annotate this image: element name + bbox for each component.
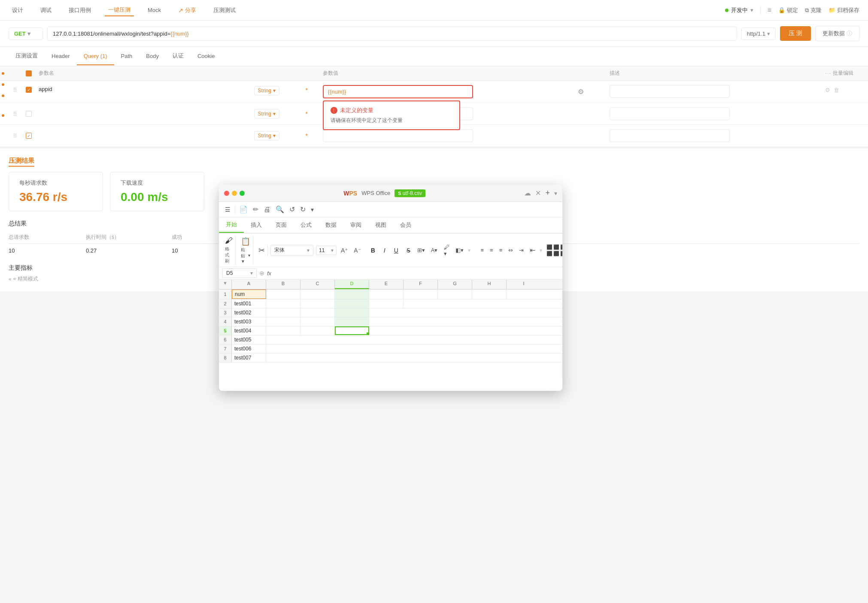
strikethrough-button[interactable]: S̶ xyxy=(404,246,413,255)
cell-D2[interactable] xyxy=(335,299,369,308)
close-window-button[interactable] xyxy=(224,191,229,196)
cell-G1[interactable] xyxy=(438,289,472,299)
nav-stress-test[interactable]: 一键压测 xyxy=(105,4,134,16)
type-cell-2[interactable]: String ▾ xyxy=(254,109,306,119)
col-header-A[interactable]: A xyxy=(232,280,266,289)
tab-insert[interactable]: 插入 xyxy=(244,218,269,232)
cell-A4[interactable]: test003 xyxy=(232,317,266,326)
cell-D3[interactable] xyxy=(335,308,369,317)
align-top-center-button[interactable]: ⬛ xyxy=(553,244,559,250)
tab-cookie[interactable]: Cookie xyxy=(191,48,222,65)
cell-C1[interactable] xyxy=(300,289,335,299)
cell-A6[interactable]: test005 xyxy=(232,335,266,344)
italic-button[interactable]: I xyxy=(381,245,388,256)
undo-icon[interactable]: ↺ xyxy=(287,204,297,215)
cell-A5[interactable]: test004 xyxy=(232,326,266,335)
nav-perf-test[interactable]: 压测测试 xyxy=(210,5,239,16)
col-header-F[interactable]: F xyxy=(404,280,438,289)
cell-A3[interactable]: test002 xyxy=(232,308,266,317)
fill-color-button[interactable]: ◧▾ xyxy=(454,246,465,255)
status-text[interactable]: 开发中 xyxy=(731,6,748,14)
param-name-input-2[interactable] xyxy=(39,111,254,117)
font-name-selector[interactable]: 宋体 ▾ xyxy=(270,245,313,256)
col-header-G[interactable]: G xyxy=(438,280,472,289)
cell-I1[interactable] xyxy=(507,289,541,299)
more-options-icon[interactable]: ▾ xyxy=(554,190,557,197)
maximize-window-button[interactable] xyxy=(240,191,245,196)
file-icon[interactable]: 📄 xyxy=(237,204,250,215)
nav-share[interactable]: ↗ 分享 xyxy=(175,5,200,16)
formula-input[interactable] xyxy=(274,269,559,277)
tab-data[interactable]: 数据 xyxy=(319,218,343,232)
drag-handle[interactable]: ⠿ xyxy=(13,85,26,93)
cell-A1[interactable]: num xyxy=(232,289,266,299)
nav-mock[interactable]: Mock xyxy=(144,5,164,15)
align-center-button[interactable]: ≡ xyxy=(488,246,495,255)
cell-A8[interactable]: test007 xyxy=(232,353,266,362)
add-tab-icon[interactable]: + xyxy=(545,189,550,198)
indent-increase-button[interactable]: ⇥ xyxy=(517,246,525,255)
cell-B2[interactable] xyxy=(266,299,300,308)
redo-icon[interactable]: ↻ xyxy=(298,204,308,215)
url-display[interactable]: 127.0.0.1:18081/onlinemall/wxlogin/test?… xyxy=(47,27,737,41)
cell-B3[interactable] xyxy=(266,308,300,317)
font-color-button[interactable]: A▾ xyxy=(429,246,440,255)
partial-checkbox[interactable]: ✓ xyxy=(26,133,32,139)
text-direction-button[interactable]: ⇔ xyxy=(507,246,515,255)
magnifier-icon[interactable]: ⊕ xyxy=(259,270,264,277)
cell-E2[interactable] xyxy=(369,299,404,308)
cell-A2[interactable]: test001 xyxy=(232,299,266,308)
font-size-selector[interactable]: 11 ▾ xyxy=(316,246,337,255)
cell-D4[interactable] xyxy=(335,317,369,326)
increase-font-button[interactable]: A⁺ xyxy=(339,246,349,255)
lock-button[interactable]: 🔒 锁定 xyxy=(778,6,798,14)
description-cell-1[interactable] xyxy=(610,85,825,98)
tab-page[interactable]: 页面 xyxy=(269,218,294,232)
cell-D1[interactable] xyxy=(335,289,369,299)
archive-button[interactable]: 📁 归档保存 xyxy=(829,6,859,14)
cell-C4[interactable] xyxy=(300,317,335,326)
align-top-right-button[interactable]: ⬛ xyxy=(560,244,562,250)
select-all-checkbox[interactable] xyxy=(26,70,32,76)
hamburger-icon[interactable]: ☰ xyxy=(222,205,233,214)
underline-button[interactable]: U xyxy=(391,245,401,256)
value-input-1[interactable]: {{num}} xyxy=(323,85,473,98)
highlight-color-button[interactable]: 🖊▾ xyxy=(442,243,451,258)
param-name-input-3[interactable] xyxy=(39,133,254,139)
drag-handle[interactable]: ⠿ xyxy=(13,111,26,117)
description-cell-3[interactable] xyxy=(610,129,825,142)
value-input-3[interactable] xyxy=(323,129,473,142)
toolbar-expand-icon[interactable]: ▾ xyxy=(468,247,470,253)
row-checkbox-2[interactable] xyxy=(26,111,39,117)
protocol-selector[interactable]: http/1.1 ▾ xyxy=(741,27,776,40)
method-selector[interactable]: GET ▾ xyxy=(9,27,43,40)
cloud-icon[interactable]: ☁ xyxy=(524,189,531,197)
batch-edit-header[interactable]: ⋯ 批量编辑 xyxy=(825,70,859,77)
cell-B4[interactable] xyxy=(266,317,300,326)
format-brush-icon[interactable]: 🖌 xyxy=(225,236,233,245)
edit-icon[interactable]: ✏ xyxy=(251,204,261,215)
fx-button[interactable]: fx xyxy=(267,270,271,277)
col-header-E[interactable]: E xyxy=(369,280,404,289)
row-checkbox-1[interactable]: ✓ xyxy=(26,85,39,93)
wps-file-tab[interactable]: S utf-8.csv xyxy=(395,189,425,197)
update-data-button[interactable]: 更新数据 ⓘ xyxy=(815,26,859,41)
cell-C3[interactable] xyxy=(300,308,335,317)
scissors-icon[interactable]: ✂ xyxy=(258,246,265,255)
decrease-font-button[interactable]: A⁻ xyxy=(352,246,362,255)
tab-review[interactable]: 审阅 xyxy=(343,218,368,232)
col-header-I[interactable]: I xyxy=(507,280,541,289)
description-cell-2[interactable] xyxy=(610,107,825,120)
scissors-group[interactable]: ✂ xyxy=(256,245,268,256)
delete-icon[interactable]: 🗑 xyxy=(834,87,839,93)
align-bottom-right-button[interactable]: ⬛ xyxy=(560,251,562,256)
minimize-window-button[interactable] xyxy=(232,191,237,196)
cell-B1[interactable] xyxy=(266,289,300,299)
col-header-D[interactable]: D xyxy=(335,280,369,289)
chevron-down-icon[interactable]: ▾ xyxy=(750,7,753,13)
tab-stress-settings[interactable]: 压测设置 xyxy=(9,47,45,66)
bold-button[interactable]: B xyxy=(368,245,378,256)
unchecked-checkbox[interactable] xyxy=(26,111,32,117)
tab-home[interactable]: 开始 xyxy=(219,217,244,233)
cell-F1[interactable] xyxy=(404,289,438,299)
